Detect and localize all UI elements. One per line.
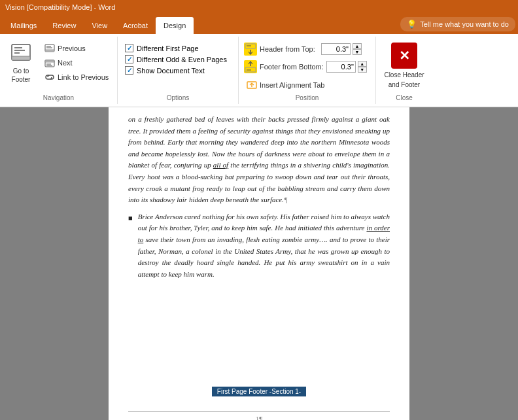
tab-view[interactable]: View (84, 17, 115, 34)
footer-from-bottom-input[interactable] (326, 61, 356, 73)
bullet-mark: ■ (128, 213, 133, 281)
ribbon: Go to Footer Pre (0, 34, 518, 107)
underline-text: in order to (138, 224, 390, 243)
show-document-text-checkbox[interactable]: Show Document Text (123, 65, 229, 75)
different-odd-even-check-icon (125, 55, 133, 63)
go-to-footer-icon (10, 42, 31, 66)
go-to-footer-label-line1: Go to (13, 67, 29, 75)
close-group-label: Close (381, 92, 427, 101)
close-header-footer-button[interactable]: ✕ Close Header and Footer (381, 40, 427, 91)
different-odd-even-label: Different Odd & Even Pages (137, 56, 227, 63)
previous-button[interactable]: Previous (42, 42, 111, 55)
footer-spinner: ▲ ▼ (358, 61, 367, 73)
navigation-content: Go to Footer Pre (5, 39, 111, 92)
ribbon-tabs: Mailings Review View Acrobat Design 💡 Te… (0, 14, 518, 34)
footer-label-tag: First Page Footer -Section 1- (212, 387, 306, 396)
tab-design[interactable]: Design (156, 17, 194, 34)
options-content: Different First Page Different Odd & Eve… (123, 43, 229, 92)
different-first-page-checkbox[interactable]: Different First Page (123, 43, 229, 53)
navigation-group-label: Navigation (5, 92, 112, 101)
options-group: Different First Page Different Odd & Eve… (118, 37, 239, 104)
show-document-text-check-icon (125, 66, 133, 75)
tab-acrobat[interactable]: Acrobat (115, 17, 156, 34)
link-to-previous-button[interactable]: Link to Previous (42, 71, 111, 84)
footer-content: 1¶ (128, 411, 390, 420)
navigation-group: Go to Footer Pre (0, 37, 118, 104)
bullet-text: Brice Anderson cared nothing for his own… (138, 211, 390, 281)
footer-from-bottom-label: Footer from Bottom: (260, 63, 324, 71)
title-text: Vision [Compatibility Mode] - Word (5, 3, 115, 11)
footer-spinner-up[interactable]: ▲ (358, 61, 367, 67)
header-position-icon (244, 43, 257, 56)
close-group: ✕ Close Header and Footer Close (376, 37, 432, 104)
header-from-top-label: Header from Top: (260, 45, 319, 53)
link-to-previous-label: Link to Previous (58, 73, 109, 81)
document-area: on a freshly gathered bed of leaves with… (0, 107, 518, 420)
insert-alignment-tab-icon (247, 80, 257, 90)
options-group-label: Options (123, 92, 233, 101)
svg-rect-6 (45, 50, 54, 52)
close-content: ✕ Close Header and Footer (381, 39, 427, 92)
position-group-label: Position (244, 92, 370, 101)
tell-me-text: Tell me what you want to do (420, 20, 509, 28)
tab-review[interactable]: Review (44, 17, 84, 34)
go-to-footer-button[interactable]: Go to Footer (5, 39, 37, 86)
document-page: on a freshly gathered bed of leaves with… (109, 107, 409, 420)
footer-pilcrow: 1¶ (256, 415, 262, 420)
lightbulb-icon: 💡 (407, 20, 417, 29)
footer-label-bar: First Page Footer -Section 1- (109, 387, 409, 396)
svg-rect-1 (12, 56, 30, 60)
header-from-top-input[interactable] (321, 43, 351, 55)
previous-icon (44, 43, 55, 54)
different-first-page-label: Different First Page (137, 44, 199, 52)
close-button-line1: Close Header (384, 71, 424, 79)
insert-alignment-tab-button[interactable]: Insert Alignment Tab (244, 79, 367, 92)
next-icon (44, 58, 55, 68)
previous-label: Previous (58, 44, 86, 52)
footer-from-bottom-row: Footer from Bottom: ▲ ▼ (244, 60, 367, 74)
footer-spinner-down[interactable]: ▼ (358, 67, 367, 73)
bullet-paragraph: ■ Brice Anderson cared nothing for his o… (128, 211, 390, 281)
header-from-top-row: Header from Top: ▲ ▼ (244, 42, 367, 56)
close-x-icon: ✕ (391, 43, 417, 69)
position-group: Header from Top: ▲ ▼ Footer from Bottom (239, 37, 376, 104)
show-document-text-label: Show Document Text (137, 67, 205, 75)
header-spinner-up[interactable]: ▲ (353, 43, 362, 49)
different-first-page-check-icon (125, 44, 133, 52)
go-to-footer-label-line2: Footer (12, 76, 31, 83)
svg-rect-10 (45, 60, 54, 62)
document-text: on a freshly gathered bed of leaves with… (109, 107, 409, 292)
header-spinner: ▲ ▼ (353, 43, 362, 55)
close-button-line2: and Footer (389, 81, 420, 88)
title-bar: Vision [Compatibility Mode] - Word (0, 0, 518, 14)
different-odd-even-checkbox[interactable]: Different Odd & Even Pages (123, 54, 229, 64)
footer-position-icon (244, 60, 257, 73)
position-content: Header from Top: ▲ ▼ Footer from Bottom (244, 42, 367, 92)
next-label: Next (58, 59, 73, 67)
link-icon (44, 72, 55, 82)
next-button[interactable]: Next (42, 56, 111, 69)
insert-alignment-tab-label: Insert Alignment Tab (260, 81, 324, 89)
header-spinner-down[interactable]: ▼ (353, 49, 362, 55)
tab-mailings[interactable]: Mailings (3, 17, 44, 34)
tell-me-box[interactable]: 💡 Tell me what you want to do (400, 17, 515, 31)
paragraph-1: on a freshly gathered bed of leaves with… (128, 114, 390, 206)
